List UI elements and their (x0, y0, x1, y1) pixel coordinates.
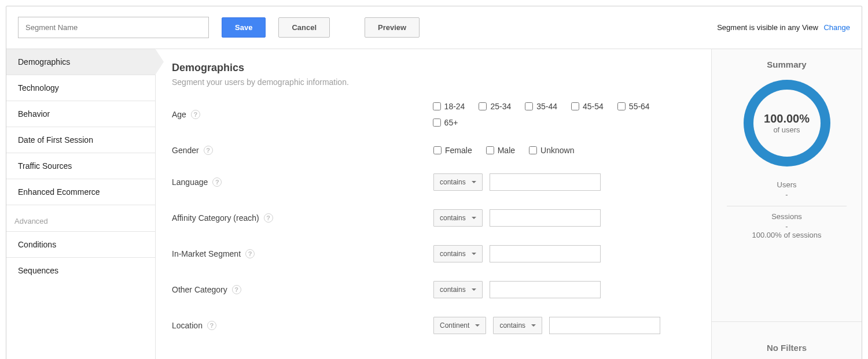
chevron-down-icon (472, 253, 476, 255)
other-category-input[interactable] (490, 281, 601, 298)
summary-donut-inner: 100.00% of users (753, 90, 821, 157)
gender-female[interactable]: Female (433, 146, 472, 155)
sidebar-item-demographics[interactable]: Demographics (6, 49, 155, 75)
gender-unknown-checkbox[interactable] (529, 146, 537, 154)
sidebar-item-technology[interactable]: Technology (6, 75, 155, 101)
chevron-down-icon (475, 324, 480, 327)
age-18-24-checkbox[interactable] (433, 102, 441, 110)
language-label: Language (172, 177, 208, 187)
help-icon[interactable]: ? (207, 321, 216, 330)
visibility-label: Segment is visible in any View (717, 23, 818, 32)
inmarket-label: In-Market Segment (172, 249, 241, 258)
age-65-plus-checkbox[interactable] (433, 119, 441, 127)
sidebar: Demographics Technology Behavior Date of… (6, 49, 156, 359)
location-label: Location (172, 321, 203, 330)
summary-percent-label: of users (773, 125, 800, 134)
gender-label: Gender (172, 146, 199, 155)
main-panel: Demographics Segment your users by demog… (156, 49, 711, 359)
save-button[interactable]: Save (222, 17, 266, 38)
affinity-operator-select[interactable]: contains (433, 209, 483, 227)
age-18-24[interactable]: 18-24 (433, 102, 465, 111)
location-operator-select[interactable]: contains (493, 317, 542, 334)
help-icon[interactable]: ? (232, 285, 241, 294)
affinity-label: Affinity Category (reach) (172, 213, 259, 223)
other-operator-select[interactable]: contains (433, 281, 483, 298)
row-gender: Gender ? Female Male Unknown (172, 146, 695, 155)
row-location: Location ? Continent contains (172, 317, 695, 334)
summary-no-filters: No Filters (712, 321, 862, 359)
affinity-input[interactable] (490, 209, 601, 227)
inmarket-input[interactable] (490, 245, 601, 262)
age-55-64[interactable]: 55-64 (617, 102, 650, 111)
other-category-label: Other Category (172, 285, 227, 294)
help-icon[interactable]: ? (245, 249, 255, 258)
chevron-down-icon (531, 324, 536, 327)
age-65-plus[interactable]: 65+ (433, 118, 458, 127)
help-icon[interactable]: ? (264, 213, 273, 223)
gender-male[interactable]: Male (486, 146, 515, 155)
age-45-54-checkbox[interactable] (571, 102, 579, 110)
language-operator-select[interactable]: contains (433, 173, 483, 191)
chevron-down-icon (472, 217, 476, 219)
demographics-form: Age ? 18-24 25-34 35-44 45-54 55-64 65+ … (172, 102, 695, 334)
body: Demographics Technology Behavior Date of… (6, 49, 862, 359)
summary-users: Users - (712, 175, 862, 206)
cancel-button[interactable]: Cancel (278, 17, 330, 38)
help-icon[interactable]: ? (191, 110, 200, 119)
summary-percent: 100.00% (764, 112, 810, 125)
row-affinity: Affinity Category (reach) ? contains (172, 209, 695, 227)
panel-title: Demographics (172, 62, 695, 74)
age-label: Age (172, 110, 186, 119)
chevron-down-icon (472, 288, 476, 291)
sidebar-item-behavior[interactable]: Behavior (6, 101, 155, 127)
age-55-64-checkbox[interactable] (617, 102, 626, 110)
chevron-down-icon (472, 181, 476, 183)
segment-name-input[interactable] (18, 17, 209, 38)
summary-sessions: Sessions - 100.00% of sessions (712, 206, 862, 246)
row-age: Age ? 18-24 25-34 35-44 45-54 55-64 65+ (172, 102, 695, 127)
summary-sessions-label: Sessions (720, 212, 854, 221)
preview-button[interactable]: Preview (365, 17, 420, 38)
visibility-text: Segment is visible in any View Change (717, 23, 850, 32)
row-inmarket: In-Market Segment ? contains (172, 245, 695, 262)
segment-builder: Save Cancel Preview Segment is visible i… (6, 6, 862, 359)
inmarket-operator-select[interactable]: contains (433, 245, 483, 262)
sidebar-item-conditions[interactable]: Conditions (6, 232, 155, 258)
summary-users-label: Users (720, 180, 854, 189)
language-input[interactable] (490, 173, 601, 191)
summary-title: Summary (712, 49, 862, 80)
top-bar: Save Cancel Preview Segment is visible i… (6, 6, 862, 49)
change-visibility-link[interactable]: Change (823, 23, 850, 32)
gender-unknown[interactable]: Unknown (529, 146, 574, 155)
row-other-category: Other Category ? contains (172, 281, 695, 298)
age-35-44-checkbox[interactable] (525, 102, 533, 110)
help-icon[interactable]: ? (212, 177, 222, 187)
sidebar-item-sequences[interactable]: Sequences (6, 258, 155, 283)
sidebar-advanced-heading: Advanced (6, 205, 155, 232)
help-icon[interactable]: ? (204, 146, 213, 155)
location-input[interactable] (549, 317, 660, 334)
summary-sessions-pct: 100.00% of sessions (720, 231, 854, 239)
summary-panel: Summary 100.00% of users Users - Session… (711, 49, 862, 359)
sidebar-item-enhanced-ecommerce[interactable]: Enhanced Ecommerce (6, 179, 155, 205)
age-25-34-checkbox[interactable] (479, 102, 487, 110)
summary-sessions-value: - (720, 222, 854, 231)
sidebar-item-date-first-session[interactable]: Date of First Session (6, 127, 155, 153)
sidebar-item-traffic-sources[interactable]: Traffic Sources (6, 153, 155, 179)
gender-female-checkbox[interactable] (433, 146, 442, 154)
row-language: Language ? contains (172, 173, 695, 191)
summary-users-value: - (720, 190, 854, 199)
location-dimension-select[interactable]: Continent (433, 317, 486, 334)
summary-donut: 100.00% of users (744, 80, 830, 166)
age-45-54[interactable]: 45-54 (571, 102, 604, 111)
age-25-34[interactable]: 25-34 (479, 102, 511, 111)
panel-subtitle: Segment your users by demographic inform… (172, 77, 695, 87)
age-35-44[interactable]: 35-44 (525, 102, 557, 111)
gender-male-checkbox[interactable] (486, 146, 494, 154)
